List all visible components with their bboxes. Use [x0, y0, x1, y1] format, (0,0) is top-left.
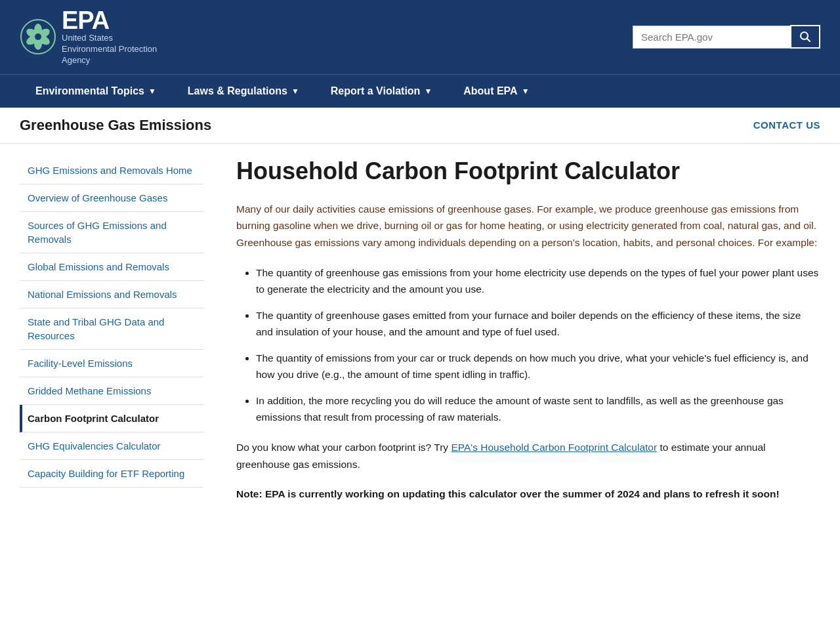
epa-logo: EPA United States Environmental Protecti…: [20, 8, 157, 66]
article-title: Household Carbon Footprint Calculator: [236, 157, 820, 185]
cta-calculator-link[interactable]: EPA's Household Carbon Footprint Calcula…: [451, 442, 657, 453]
note-box: Note: EPA is currently working on updati…: [236, 486, 820, 503]
sidebar: GHG Emissions and Removals Home Overview…: [20, 157, 217, 503]
list-item: The quantity of greenhouse gases emitted…: [256, 307, 820, 341]
page-header: Greenhouse Gas Emissions CONTACT US: [0, 108, 840, 144]
sidebar-item-facility-level[interactable]: Facility-Level Emissions: [20, 350, 203, 377]
bullet-list: The quantity of greenhouse gas emissions…: [256, 264, 820, 427]
site-header: EPA United States Environmental Protecti…: [0, 0, 840, 74]
sidebar-item-state-tribal[interactable]: State and Tribal GHG Data and Resources: [20, 308, 203, 350]
intro-paragraph: Many of our daily activities cause emiss…: [236, 201, 820, 251]
sidebar-item-ghg-equivalencies[interactable]: GHG Equivalencies Calculator: [20, 432, 203, 460]
search-input[interactable]: [633, 26, 790, 49]
chevron-down-icon: ▼: [291, 87, 299, 96]
nav-about-epa[interactable]: About EPA ▼: [448, 75, 545, 108]
chevron-down-icon: ▼: [522, 87, 530, 96]
content-area: GHG Emissions and Removals Home Overview…: [0, 144, 840, 516]
nav-environmental-topics[interactable]: Environmental Topics ▼: [20, 75, 172, 108]
sidebar-item-overview-ghg[interactable]: Overview of Greenhouse Gases: [20, 184, 203, 212]
cta-paragraph: Do you know what your carbon footprint i…: [236, 439, 820, 472]
main-nav: Environmental Topics ▼ Laws & Regulation…: [0, 74, 840, 108]
search-area: [633, 25, 820, 49]
svg-point-7: [35, 33, 41, 40]
search-icon: [799, 31, 811, 43]
search-button[interactable]: [790, 25, 820, 49]
sidebar-item-global-emissions[interactable]: Global Emissions and Removals: [20, 253, 203, 281]
epa-name: EPA: [62, 8, 157, 33]
chevron-down-icon: ▼: [424, 87, 432, 96]
sidebar-item-gridded-methane[interactable]: Gridded Methane Emissions: [20, 377, 203, 405]
sidebar-item-capacity-building[interactable]: Capacity Building for ETF Reporting: [20, 460, 203, 488]
sidebar-item-carbon-footprint[interactable]: Carbon Footprint Calculator: [20, 405, 203, 432]
list-item: The quantity of emissions from your car …: [256, 350, 820, 383]
epa-emblem-icon: [20, 18, 56, 55]
nav-report-violation[interactable]: Report a Violation ▼: [315, 75, 448, 108]
nav-laws-regulations[interactable]: Laws & Regulations ▼: [172, 75, 315, 108]
list-item: The quantity of greenhouse gas emissions…: [256, 264, 820, 298]
sidebar-item-sources-ghg[interactable]: Sources of GHG Emissions and Removals: [20, 212, 203, 253]
epa-agency-text: United States Environmental Protection A…: [62, 33, 157, 66]
page-title: Greenhouse Gas Emissions: [20, 117, 211, 134]
sidebar-item-ghg-home[interactable]: GHG Emissions and Removals Home: [20, 157, 203, 184]
svg-line-9: [807, 39, 810, 42]
sidebar-item-national-emissions[interactable]: National Emissions and Removals: [20, 281, 203, 308]
list-item: In addition, the more recycling you do w…: [256, 392, 820, 426]
epa-text-block: EPA United States Environmental Protecti…: [62, 8, 157, 66]
main-content: Household Carbon Footprint Calculator Ma…: [217, 157, 820, 503]
chevron-down-icon: ▼: [148, 87, 156, 96]
contact-us-link[interactable]: CONTACT US: [753, 119, 820, 131]
